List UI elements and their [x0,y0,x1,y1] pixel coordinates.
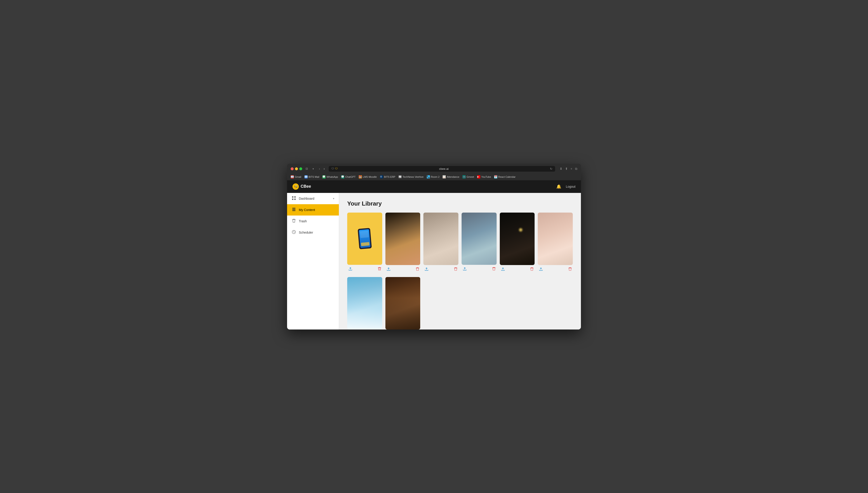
delete-icon[interactable] [568,267,572,272]
dashboard-icon [292,196,296,201]
bookmark-youtube[interactable]: ▶ YouTube [477,175,491,178]
delete-icon[interactable] [378,267,381,272]
app-logo: 🐝 CBee [292,184,311,190]
sidebar-label-trash: Trash [299,219,307,223]
bookmark-room2[interactable]: 📞 Room 2 [427,175,440,178]
image-thumbnail [423,213,459,265]
bookmark-gmail[interactable]: 📧 Gmail [291,175,301,178]
list-item [347,213,382,274]
upload-icon[interactable] [501,267,505,272]
delete-icon[interactable] [530,267,534,272]
sidebar-toggle-icon[interactable]: ⊡ [305,167,309,171]
chevron-down-icon[interactable]: ▾ [311,167,315,171]
list-item [347,277,382,329]
svg-rect-2 [292,198,293,200]
bookmark-gmeet[interactable]: 📹 Gmeet [463,175,474,178]
image-actions [500,265,535,274]
upload-icon[interactable] [463,266,467,272]
app-name: CBee [301,184,311,189]
list-item [385,213,420,274]
browser-actions: ⬇ ⬆ + ⧉ [560,167,577,171]
sidebar-label-my-content: My Content [299,208,315,212]
image-thumbnail [462,213,497,265]
image-actions [347,265,382,274]
upload-icon[interactable] [539,267,543,272]
nav-buttons: ‹ › [317,167,326,171]
tabs-icon[interactable]: ⧉ [575,167,577,171]
title-bar: ⊡ ▾ ‹ › 🛡 🛡 cbee.ai ↻ ⬇ ⬆ + ⧉ [291,166,577,172]
image-actions [385,265,420,274]
image-thumbnail [385,213,420,265]
image-thumbnail [347,213,382,265]
bookmark-bits-erp[interactable]: ⚙ BITS ERP [380,175,395,178]
shield-check-icon: 🛡 [335,167,338,170]
delete-icon[interactable] [454,267,458,272]
image-actions [538,265,573,274]
svg-rect-1 [294,196,296,198]
address-bar[interactable]: 🛡 🛡 cbee.ai ↻ [329,166,555,172]
forward-button[interactable]: › [322,167,326,171]
delete-icon[interactable] [492,267,496,272]
bookmark-whatsapp[interactable]: 💬 WhatsApp [322,175,338,178]
delete-icon[interactable] [416,267,419,272]
share-icon[interactable]: ⬆ [565,167,568,171]
main-layout: Dashboard ▾ My Content [287,193,581,329]
maximize-button[interactable] [299,167,302,170]
url-display: cbee.ai [339,167,548,171]
list-item [500,213,535,274]
upload-icon[interactable] [424,267,429,272]
image-thumbnail [347,277,382,329]
bookmark-lms[interactable]: 📚 LMS Moodle [359,175,377,178]
image-grid-row2 [347,277,573,329]
sidebar-item-dashboard[interactable]: Dashboard ▾ [287,193,339,204]
browser-chrome: ⊡ ▾ ‹ › 🛡 🛡 cbee.ai ↻ ⬇ ⬆ + ⧉ [287,164,581,180]
add-tab-icon[interactable]: + [571,167,572,171]
list-item [462,213,497,274]
scheduler-icon [292,230,296,235]
svg-rect-6 [292,210,295,211]
sidebar-label-scheduler: Scheduler [299,231,313,234]
logout-button[interactable]: Logout [566,185,576,188]
bookmark-bits-mail[interactable]: 📧 BITS Mail [305,175,319,178]
sidebar: Dashboard ▾ My Content [287,193,339,329]
security-icons: 🛡 🛡 [331,167,338,170]
refresh-icon[interactable]: ↻ [550,167,553,171]
content-area: Your Library [339,193,581,329]
close-button[interactable] [291,167,294,170]
image-thumbnail [500,213,535,265]
bookmark-chatgpt[interactable]: 💬 ChatGPT [341,175,356,178]
sidebar-label-dashboard: Dashboard [299,197,314,200]
page-title: Your Library [347,200,573,207]
bookmark-attendance[interactable]: 📋 Attendance [443,175,459,178]
upload-icon[interactable] [386,267,391,272]
image-actions [423,265,459,274]
minimize-button[interactable] [295,167,298,170]
list-item [423,213,459,274]
back-button[interactable]: ‹ [317,167,321,171]
header-right: 🔔 Logout [556,184,576,189]
list-item [538,213,573,274]
image-thumbnail [385,277,420,329]
chevron-down-icon: ▾ [333,197,334,200]
notification-bell-icon[interactable]: 🔔 [556,184,561,189]
svg-rect-3 [294,198,296,200]
image-grid-row1 [347,213,573,274]
traffic-lights [291,167,302,170]
app-header: 🐝 CBee 🔔 Logout [287,180,581,193]
list-item [385,277,420,329]
bookmark-react-calendar[interactable]: 📅 React Calendar [494,175,515,178]
trash-nav-icon [292,219,296,224]
sidebar-item-my-content[interactable]: My Content [287,204,339,215]
svg-rect-4 [292,208,295,209]
browser-window: ⊡ ▾ ‹ › 🛡 🛡 cbee.ai ↻ ⬇ ⬆ + ⧉ [287,164,581,329]
app-container: 🐝 CBee 🔔 Logout [287,180,581,329]
download-icon[interactable]: ⬇ [560,167,562,171]
bookmarks-bar: 📧 Gmail 📧 BITS Mail 💬 WhatsApp 💬 ChatGPT… [291,174,577,180]
image-thumbnail [538,213,573,265]
sidebar-item-scheduler[interactable]: Scheduler [287,227,339,238]
upload-icon[interactable] [348,266,353,272]
image-actions [462,265,497,274]
sidebar-item-trash[interactable]: Trash [287,215,339,227]
my-content-icon [292,207,296,212]
bookmark-technews[interactable]: 📰 TechNews Veehive [399,175,424,178]
